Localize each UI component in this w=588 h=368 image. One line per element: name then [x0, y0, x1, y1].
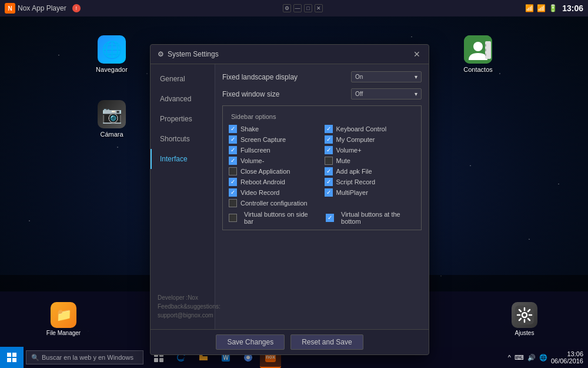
nav-item-properties[interactable]: Properties — [151, 109, 215, 129]
reset-save-button[interactable]: Reset and Save — [290, 334, 363, 350]
landscape-label: Fixed landscape display — [222, 73, 298, 81]
option-controller-config[interactable]: Controller configuration — [229, 199, 320, 207]
option-reboot-android[interactable]: Reboot Android — [229, 178, 320, 186]
ajustes-label: Ajustes — [515, 330, 534, 336]
option-volume-minus[interactable]: Volume- — [229, 157, 320, 165]
desktop-icon-contactos[interactable]: Contactos — [457, 35, 499, 73]
signal-icon: 📶 — [537, 4, 546, 12]
options-grid: Shake Keyboard Control Screen Capture — [229, 125, 415, 207]
window-size-row: Fixed window size Off ▾ — [222, 88, 422, 100]
save-changes-button[interactable]: Save Changes — [216, 334, 285, 350]
settings-content: Fixed landscape display On ▾ Fixed windo… — [215, 64, 429, 329]
window-size-label: Fixed window size — [222, 90, 279, 98]
contactos-label: Contactos — [463, 66, 493, 73]
svg-rect-20 — [159, 358, 163, 362]
virtual-btns-sidebar-row: Virtual buttons on side bar Virtual butt… — [229, 211, 415, 225]
svg-rect-3 — [485, 44, 486, 47]
dialog-titlebar: ⚙ System Settings ✕ — [151, 45, 429, 64]
wifi-icon: 📶 — [525, 4, 534, 12]
maximize-button[interactable]: □ — [304, 4, 312, 12]
checkbox-reboot-android[interactable] — [229, 178, 237, 186]
option-volume-plus[interactable]: Volume+ — [325, 146, 416, 154]
nox-app-name: Nox App Player — [18, 4, 66, 12]
option-shake[interactable]: Shake — [229, 125, 320, 133]
nav-item-interface[interactable]: Interface — [151, 149, 215, 169]
tray-up-icon[interactable]: ^ — [508, 354, 511, 361]
sidebar-options-title: Sidebar options — [229, 113, 278, 120]
landscape-select[interactable]: On ▾ — [351, 71, 422, 82]
ajustes-icon — [512, 302, 537, 328]
nav-item-shortcuts[interactable]: Shortcuts — [151, 129, 215, 149]
nox-badge: ! — [72, 4, 81, 12]
option-my-computer[interactable]: My Computer — [325, 135, 416, 144]
checkbox-mute[interactable] — [325, 157, 333, 165]
desktop-icon-camara[interactable]: 📷 Cámara — [91, 100, 132, 138]
dialog-body: General Advanced Properties Shortcuts In… — [151, 64, 429, 329]
window-size-select[interactable]: Off ▾ — [351, 88, 422, 100]
checkbox-shake[interactable] — [229, 125, 237, 133]
option-add-apk[interactable]: Add apk File — [325, 167, 416, 175]
option-keyboard-control[interactable]: Keyboard Control — [325, 125, 416, 133]
tray-volume-icon[interactable]: 🔊 — [527, 354, 536, 362]
checkbox-fullscreen[interactable] — [229, 146, 237, 154]
camara-label: Cámara — [100, 131, 123, 138]
system-tray: ^ ⌨ 🔊 🌐 13:06 06/06/2016 — [508, 350, 588, 364]
checkbox-multiplayer[interactable] — [325, 188, 333, 197]
svg-text:W: W — [223, 354, 229, 361]
search-icon: 🔍 — [31, 354, 39, 362]
window-controls: ⚙ — □ ✕ — [283, 4, 323, 12]
filemanager-icon: 📁 — [51, 302, 76, 328]
nav-item-advanced[interactable]: Advanced — [151, 89, 215, 109]
status-icons: 📶 📶 🔋 — [525, 4, 557, 12]
landscape-row: Fixed landscape display On ▾ — [222, 71, 422, 82]
option-multiplayer[interactable]: MultiPlayer — [325, 188, 416, 197]
checkbox-add-apk[interactable] — [325, 167, 333, 175]
android-time: 13:06 — [562, 4, 583, 13]
settings-icon[interactable]: ⚙ — [283, 4, 291, 12]
desktop-icon-navegador[interactable]: 🌐 Navegador — [91, 35, 132, 73]
svg-rect-16 — [12, 358, 16, 362]
chevron-down-icon: ▾ — [415, 74, 417, 80]
dialog-close-button[interactable]: ✕ — [412, 49, 422, 59]
nox-logo: N Nox App Player — [5, 3, 66, 14]
option-mute[interactable]: Mute — [325, 157, 416, 165]
checkbox-virtual-bottom[interactable] — [326, 214, 334, 222]
svg-rect-13 — [7, 353, 11, 357]
option-screen-capture[interactable]: Screen Capture — [229, 135, 320, 144]
developer-info: Developer :Nox Feedback&suggestions: sup… — [151, 289, 215, 324]
windows-start-button[interactable] — [0, 347, 24, 368]
option-close-app[interactable]: Close Application — [229, 167, 320, 175]
dialog-footer: Save Changes Reset and Save — [151, 329, 429, 354]
minimize-button[interactable]: — — [293, 4, 302, 12]
option-fullscreen[interactable]: Fullscreen — [229, 146, 320, 154]
checkbox-volume-plus[interactable] — [325, 146, 333, 154]
close-button[interactable]: ✕ — [315, 4, 323, 12]
checkbox-virtual-sidebar[interactable] — [229, 214, 237, 222]
nav-item-general[interactable]: General — [151, 69, 215, 89]
option-video-record[interactable]: Video Record — [229, 188, 320, 197]
nox-icon: N — [5, 3, 15, 14]
settings-nav: General Advanced Properties Shortcuts In… — [151, 64, 215, 329]
nox-topbar: N Nox App Player ! ⚙ — □ ✕ 📶 📶 🔋 13:06 — [0, 0, 588, 16]
checkbox-controller-config[interactable] — [229, 199, 237, 207]
navegador-icon: 🌐 — [98, 35, 126, 64]
svg-rect-14 — [12, 353, 16, 357]
checkbox-volume-minus[interactable] — [229, 157, 237, 165]
checkbox-script-record[interactable] — [325, 178, 333, 186]
checkbox-video-record[interactable] — [229, 188, 237, 197]
tray-network-icon[interactable]: 🌐 — [539, 354, 547, 362]
checkbox-close-app[interactable] — [229, 167, 237, 175]
option-script-record[interactable]: Script Record — [325, 178, 416, 186]
svg-rect-5 — [485, 54, 486, 56]
dock-filemanager[interactable]: 📁 File Manager — [46, 302, 81, 336]
tray-datetime: 13:06 06/06/2016 — [551, 350, 583, 364]
checkbox-keyboard-control[interactable] — [325, 125, 333, 133]
checkbox-my-computer[interactable] — [325, 135, 333, 144]
battery-icon: 🔋 — [549, 4, 557, 12]
checkbox-screen-capture[interactable] — [229, 135, 237, 144]
dock-ajustes[interactable]: Ajustes — [507, 302, 542, 336]
gear-icon: ⚙ — [158, 50, 164, 58]
sidebar-options-box: Sidebar options Shake Keyboard Control — [222, 105, 422, 230]
windows-search-bar[interactable]: 🔍 Buscar en la web y en Windows — [26, 350, 143, 364]
navegador-label: Navegador — [96, 66, 128, 73]
